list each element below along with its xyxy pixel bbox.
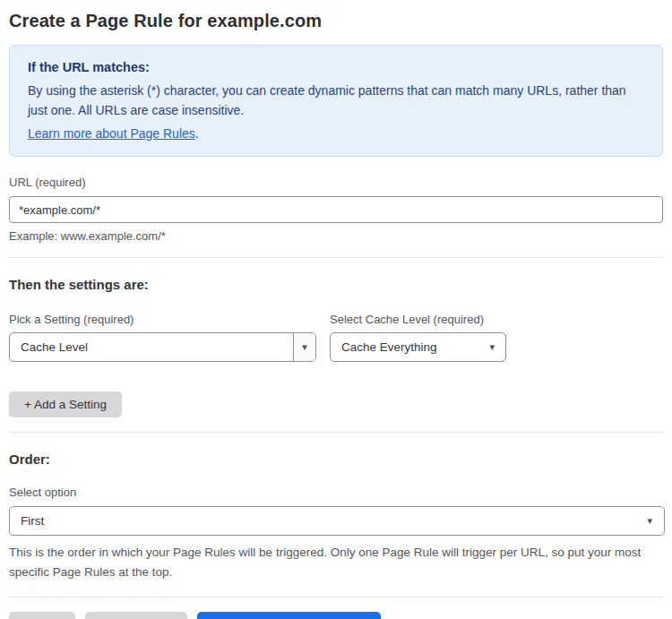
add-setting-button[interactable]: + Add a Setting bbox=[9, 391, 122, 417]
setting-picker-dropdown[interactable]: Cache Level ▾ bbox=[9, 332, 316, 362]
order-section-heading: Order: bbox=[9, 451, 663, 467]
order-dropdown[interactable]: First ▾ bbox=[9, 506, 665, 536]
dropdown-arrow-cell: ▾ bbox=[293, 333, 315, 361]
setting-picker-value: Cache Level bbox=[10, 340, 88, 354]
divider bbox=[9, 257, 663, 258]
url-match-info-callout: If the URL matches: By using the asteris… bbox=[9, 45, 663, 157]
learn-more-link[interactable]: Learn more about Page Rules bbox=[28, 126, 195, 141]
divider bbox=[9, 597, 663, 598]
divider bbox=[9, 432, 663, 433]
cache-level-picker-label: Select Cache Level (required) bbox=[330, 313, 506, 326]
cache-level-dropdown[interactable]: Cache Everything ▾ bbox=[330, 332, 506, 362]
chevron-down-icon: ▾ bbox=[489, 342, 495, 352]
chevron-down-icon: ▾ bbox=[647, 516, 652, 526]
info-callout-body: By using the asterisk (*) character, you… bbox=[28, 81, 644, 121]
url-field-helper: Example: www.example.com/* bbox=[9, 229, 663, 243]
settings-section-heading: Then the settings are: bbox=[9, 277, 663, 292]
order-select-label: Select option bbox=[9, 486, 663, 499]
form-actions: Cancel Save as Draft Save and Deploy Pag… bbox=[9, 612, 663, 619]
settings-row: Pick a Setting (required) Cache Level ▾ … bbox=[9, 313, 663, 362]
setting-picker-label: Pick a Setting (required) bbox=[9, 313, 316, 326]
save-as-draft-button[interactable]: Save as Draft bbox=[85, 612, 187, 619]
url-field-label: URL (required) bbox=[9, 176, 663, 189]
dropdown-arrow-cell: ▾ bbox=[647, 516, 664, 526]
link-suffix: . bbox=[195, 126, 199, 141]
chevron-down-icon: ▾ bbox=[302, 342, 307, 352]
cancel-button[interactable]: Cancel bbox=[9, 612, 75, 619]
url-input[interactable] bbox=[9, 196, 663, 223]
page-title: Create a Page Rule for example.com bbox=[9, 11, 663, 31]
setting-picker-column: Pick a Setting (required) Cache Level ▾ bbox=[9, 313, 316, 362]
order-value: First bbox=[10, 514, 44, 528]
create-page-rule-form: Create a Page Rule for example.com If th… bbox=[0, 0, 672, 619]
save-and-deploy-button[interactable]: Save and Deploy Page Rule bbox=[197, 612, 382, 619]
order-helper-text: This is the order in which your Page Rul… bbox=[9, 543, 654, 582]
cache-level-value: Cache Everything bbox=[331, 340, 437, 354]
dropdown-arrow-cell: ▾ bbox=[489, 342, 505, 352]
cache-level-picker-column: Select Cache Level (required) Cache Ever… bbox=[330, 313, 506, 362]
info-callout-heading: If the URL matches: bbox=[28, 57, 644, 78]
